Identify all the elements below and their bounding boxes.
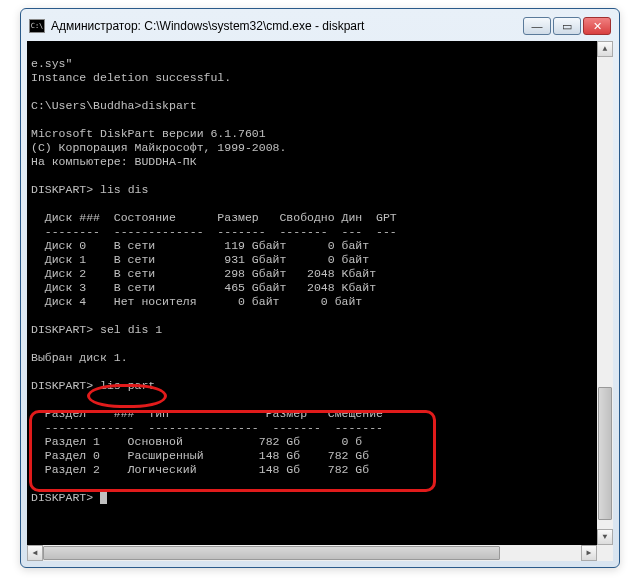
- command-text: lis dis: [100, 183, 148, 196]
- table-row: Диск 1 В сети 931 Gбайт 0 байт: [31, 253, 369, 266]
- scroll-track-horizontal[interactable]: [43, 545, 581, 561]
- prompt-line: C:\Users\Buddha>diskpart: [31, 99, 197, 112]
- close-button[interactable]: ✕: [583, 17, 611, 35]
- command-text: sel dis 1: [100, 323, 162, 336]
- output-line: Выбран диск 1.: [31, 351, 128, 364]
- output-line: e.sys": [31, 57, 72, 70]
- table-row: Диск 3 В сети 465 Gбайт 2048 Kбайт: [31, 281, 376, 294]
- maximize-button[interactable]: ▭: [553, 17, 581, 35]
- scrollbar-corner: [597, 545, 613, 561]
- table-header: Диск ### Состояние Размер Свободно Дин G…: [31, 211, 397, 224]
- scroll-thumb-vertical[interactable]: [598, 387, 612, 519]
- scroll-down-button[interactable]: ▼: [597, 529, 613, 545]
- output-line: На компьютере: BUDDHA-ПК: [31, 155, 197, 168]
- table-row: Раздел 2 Логический 148 Gб 782 Gб: [31, 463, 369, 476]
- scroll-track-vertical[interactable]: [597, 57, 613, 529]
- table-row: Диск 4 Нет носителя 0 байт 0 байт: [31, 295, 362, 308]
- cmd-window: C:\ Администратор: C:\Windows\system32\c…: [20, 8, 620, 568]
- cmd-icon: C:\: [29, 19, 45, 33]
- table-row: Диск 2 В сети 298 Gбайт 2048 Kбайт: [31, 267, 376, 280]
- output-line: (C) Корпорация Майкрософт, 1999-2008.: [31, 141, 286, 154]
- window-title: Администратор: C:\Windows\system32\cmd.e…: [51, 19, 523, 33]
- scroll-right-button[interactable]: ▶: [581, 545, 597, 561]
- scroll-left-button[interactable]: ◀: [27, 545, 43, 561]
- window-controls: — ▭ ✕: [523, 17, 611, 35]
- horizontal-scrollbar[interactable]: ◀ ▶: [27, 545, 597, 561]
- diskpart-prompt: DISKPART>: [31, 323, 93, 336]
- table-divider: -------- ------------- ------- ------- -…: [31, 225, 397, 238]
- table-row: Раздел 1 Основной 782 Gб 0 б: [31, 435, 362, 448]
- table-divider: ------------- ---------------- ------- -…: [31, 421, 383, 434]
- text-cursor: [100, 492, 107, 504]
- vertical-scrollbar[interactable]: ▲ ▼: [597, 41, 613, 545]
- titlebar[interactable]: C:\ Администратор: C:\Windows\system32\c…: [27, 15, 613, 37]
- diskpart-prompt: DISKPART>: [31, 491, 93, 504]
- command-text: lis part: [100, 379, 155, 392]
- table-row: Раздел 0 Расширенный 148 Gб 782 Gб: [31, 449, 369, 462]
- table-row: Диск 0 В сети 119 Gбайт 0 байт: [31, 239, 369, 252]
- scroll-thumb-horizontal[interactable]: [43, 546, 500, 560]
- minimize-button[interactable]: —: [523, 17, 551, 35]
- scroll-up-button[interactable]: ▲: [597, 41, 613, 57]
- diskpart-prompt: DISKPART>: [31, 379, 93, 392]
- output-line: Instance deletion successful.: [31, 71, 231, 84]
- output-line: Microsoft DiskPart версии 6.1.7601: [31, 127, 266, 140]
- console-area[interactable]: e.sys" Instance deletion successful. C:\…: [27, 41, 613, 561]
- diskpart-prompt: DISKPART>: [31, 183, 93, 196]
- table-header: Раздел ### Тип Размер Смещение: [31, 407, 383, 420]
